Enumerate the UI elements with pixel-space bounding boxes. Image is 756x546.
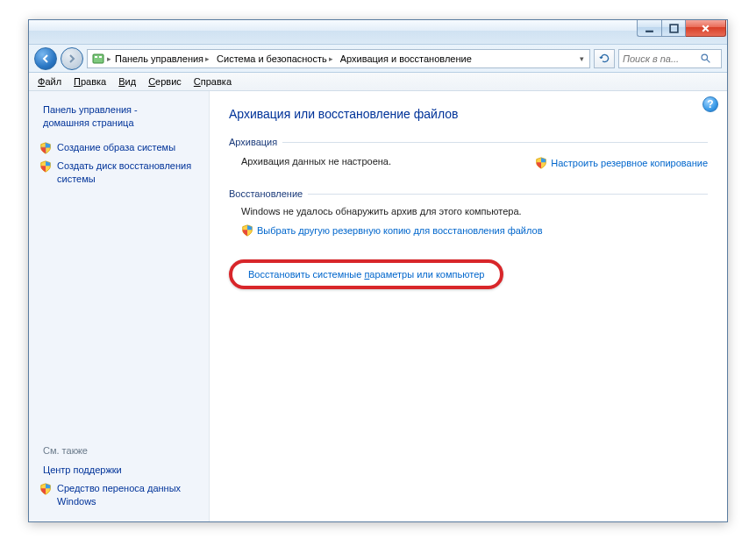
restore-system-settings-link[interactable]: Восстановить системные параметры или ком… (248, 269, 484, 280)
close-button[interactable] (686, 20, 726, 37)
backup-section-title: Архивация (229, 137, 277, 147)
main-content: ? Архивация или восстановление файлов Ар… (210, 91, 727, 521)
shield-icon (39, 483, 52, 495)
refresh-icon (599, 53, 610, 64)
svg-rect-1 (670, 25, 678, 32)
control-panel-icon (91, 52, 105, 66)
shield-icon (39, 142, 52, 154)
easy-transfer-link[interactable]: Средство переноса данныхWindows (39, 479, 198, 511)
create-system-image-link[interactable]: Создание образа системы (39, 138, 198, 157)
create-recovery-disc-link[interactable]: Создать диск восстановлениясистемы (39, 157, 198, 188)
backup-section: Архивация Архивация данных не настроена.… (229, 137, 708, 173)
sidebar: Панель управления -домашняя страница Соз… (29, 91, 210, 521)
menu-edit[interactable]: Правка (68, 74, 111, 89)
shield-icon (535, 157, 547, 169)
restore-section: Восстановление Windows не удалось обнару… (229, 188, 708, 289)
page-heading: Архивация или восстановление файлов (229, 107, 708, 121)
svg-rect-4 (99, 56, 102, 58)
help-icon[interactable]: ? (703, 96, 718, 112)
highlight-annotation: Восстановить системные параметры или ком… (229, 259, 503, 289)
backup-status-text: Архивация данных не настроена. (241, 156, 391, 167)
breadcrumb-dropdown-button[interactable]: ▾ (575, 54, 588, 63)
breadcrumb-bar[interactable]: ▸ Панель управления ▸ Система и безопасн… (87, 49, 590, 68)
breadcrumb-item[interactable]: Архивация и восстановление (337, 52, 475, 66)
action-center-link[interactable]: Центр поддержки (39, 461, 198, 479)
forward-button[interactable] (61, 47, 83, 70)
breadcrumb-item[interactable]: Панель управления ▸ (111, 52, 213, 66)
svg-point-5 (702, 54, 708, 60)
menu-service[interactable]: Сервис (143, 74, 187, 89)
svg-rect-0 (645, 30, 653, 32)
menu-file[interactable]: Файл (32, 74, 67, 89)
title-bar (29, 20, 727, 45)
minimize-button[interactable] (637, 20, 661, 37)
select-other-backup-link[interactable]: Выбрать другую резервную копию для восст… (241, 223, 708, 237)
search-input[interactable] (623, 53, 700, 64)
menu-bar: Файл Правка Вид Сервис Справка (29, 73, 727, 91)
address-bar: ▸ Панель управления ▸ Система и безопасн… (29, 45, 727, 73)
shield-icon (241, 224, 253, 237)
svg-rect-3 (95, 56, 97, 58)
svg-rect-2 (93, 54, 103, 63)
control-panel-window: ▸ Панель управления ▸ Система и безопасн… (28, 19, 728, 522)
maximize-button[interactable] (661, 20, 686, 37)
setup-backup-link[interactable]: Настроить резервное копирование (535, 156, 708, 169)
control-panel-home-link[interactable]: Панель управления -домашняя страница (39, 103, 198, 138)
see-also-label: См. также (39, 445, 198, 461)
back-button[interactable] (34, 47, 57, 70)
restore-status-text: Windows не удалось обнаружить архив для … (229, 206, 708, 216)
search-icon (700, 53, 711, 64)
breadcrumb-item[interactable]: Система и безопасность ▸ (213, 52, 337, 66)
shield-icon (39, 160, 52, 173)
refresh-button[interactable] (594, 49, 615, 68)
search-box[interactable] (618, 49, 722, 68)
menu-view[interactable]: Вид (113, 74, 141, 89)
restore-section-title: Восстановление (229, 188, 303, 199)
menu-help[interactable]: Справка (189, 74, 237, 89)
